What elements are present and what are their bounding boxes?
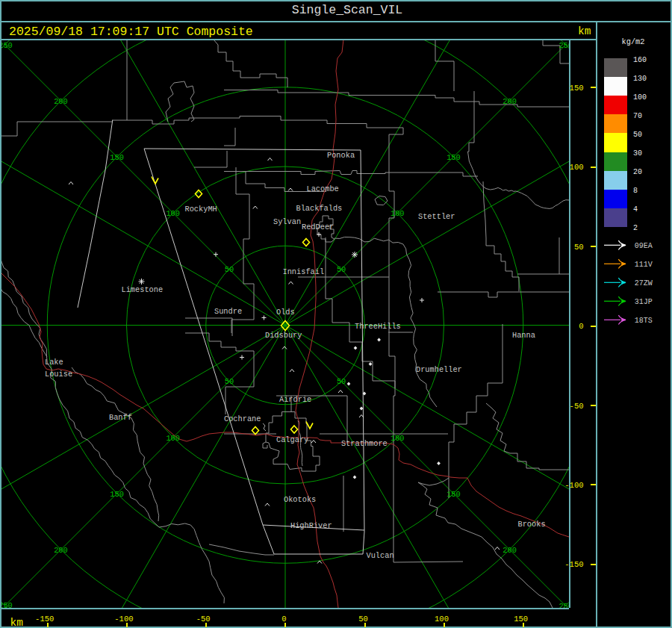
svg-text:Hanna: Hanna xyxy=(512,331,535,340)
svg-text:100: 100 xyxy=(391,209,405,218)
svg-text:Drumheller: Drumheller xyxy=(416,365,462,374)
svg-text:8: 8 xyxy=(633,187,638,195)
svg-text:0: 0 xyxy=(281,615,286,624)
svg-text:31JP: 31JP xyxy=(635,298,653,306)
svg-text:Ponoka: Ponoka xyxy=(327,151,355,160)
svg-text:50: 50 xyxy=(574,243,584,252)
svg-text:20: 20 xyxy=(633,168,642,176)
svg-text:Single_Scan_VIL: Single_Scan_VIL xyxy=(292,3,403,17)
svg-text:2: 2 xyxy=(633,224,638,232)
svg-text:70: 70 xyxy=(633,112,642,120)
svg-text:km: km xyxy=(10,617,23,628)
svg-text:Didsbury: Didsbury xyxy=(265,331,302,340)
svg-text:50: 50 xyxy=(225,377,234,386)
svg-text:100: 100 xyxy=(166,209,180,218)
svg-text:Vulcan: Vulcan xyxy=(367,551,394,560)
svg-text:4: 4 xyxy=(633,205,638,214)
svg-text:100: 100 xyxy=(570,163,584,172)
svg-text:Brooks: Brooks xyxy=(518,520,546,529)
svg-text:150: 150 xyxy=(447,490,461,499)
svg-text:100: 100 xyxy=(435,615,449,624)
svg-text:kg/m2: kg/m2 xyxy=(622,37,645,46)
svg-text:160: 160 xyxy=(633,56,647,64)
svg-text:2025/09/18 17:09:17 UTC Compos: 2025/09/18 17:09:17 UTC Composite xyxy=(9,25,253,39)
svg-text:Airdrie: Airdrie xyxy=(279,395,311,404)
svg-text:150: 150 xyxy=(570,84,584,93)
svg-text:Innisfail: Innisfail xyxy=(283,267,325,276)
svg-text:200: 200 xyxy=(54,546,68,555)
svg-text:30: 30 xyxy=(633,149,642,158)
svg-text:Cochrane: Cochrane xyxy=(224,414,261,423)
svg-text:RockyMH: RockyMH xyxy=(185,205,217,214)
svg-text:Sundre: Sundre xyxy=(214,307,242,316)
svg-text:100: 100 xyxy=(166,434,180,443)
svg-text:ThreeHills: ThreeHills xyxy=(355,322,401,331)
svg-text:-50: -50 xyxy=(196,615,211,624)
svg-text:HighRiver: HighRiver xyxy=(290,521,332,530)
svg-text:18TS: 18TS xyxy=(635,317,653,325)
svg-text:-150: -150 xyxy=(564,560,583,569)
svg-text:50: 50 xyxy=(633,131,642,139)
svg-text:27ZW: 27ZW xyxy=(635,279,653,287)
svg-text:150: 150 xyxy=(110,490,124,499)
svg-text:50: 50 xyxy=(337,265,346,274)
svg-text:Lake: Lake xyxy=(45,358,63,367)
svg-text:09EA: 09EA xyxy=(635,242,653,250)
svg-text:150: 150 xyxy=(514,615,528,624)
svg-text:50: 50 xyxy=(225,265,234,274)
svg-text:130: 130 xyxy=(633,75,647,83)
svg-text:km: km xyxy=(578,25,591,37)
svg-text:Olds: Olds xyxy=(276,308,295,317)
svg-text:200: 200 xyxy=(503,97,517,106)
svg-text:Blackfalds: Blackfalds xyxy=(296,204,343,213)
svg-text:50: 50 xyxy=(337,377,346,386)
svg-text:250: 250 xyxy=(0,41,13,50)
svg-text:Stettler: Stettler xyxy=(418,212,455,221)
svg-text:100: 100 xyxy=(391,434,405,443)
svg-text:Calgary: Calgary xyxy=(276,435,308,444)
svg-text:Strathmore: Strathmore xyxy=(341,439,388,448)
svg-text:Louise: Louise xyxy=(45,370,72,379)
svg-text:200: 200 xyxy=(54,97,68,106)
svg-text:-150: -150 xyxy=(35,615,54,624)
svg-text:Okotoks: Okotoks xyxy=(284,495,316,504)
svg-text:Sylvan: Sylvan xyxy=(273,217,301,226)
svg-text:50: 50 xyxy=(358,615,368,624)
svg-text:0: 0 xyxy=(579,322,583,331)
svg-text:Limestone: Limestone xyxy=(122,285,164,294)
svg-text:100: 100 xyxy=(633,93,647,102)
svg-text:Banff: Banff xyxy=(109,413,132,422)
svg-text:111V: 111V xyxy=(635,261,653,269)
svg-text:-100: -100 xyxy=(114,615,133,624)
svg-text:-100: -100 xyxy=(564,481,583,490)
svg-text:Lacombe: Lacombe xyxy=(307,184,339,193)
svg-text:-50: -50 xyxy=(570,402,584,411)
svg-text:150: 150 xyxy=(110,153,124,162)
svg-text:200: 200 xyxy=(503,546,517,555)
svg-text:150: 150 xyxy=(447,153,461,162)
svg-text:RedDeer: RedDeer xyxy=(302,223,334,231)
